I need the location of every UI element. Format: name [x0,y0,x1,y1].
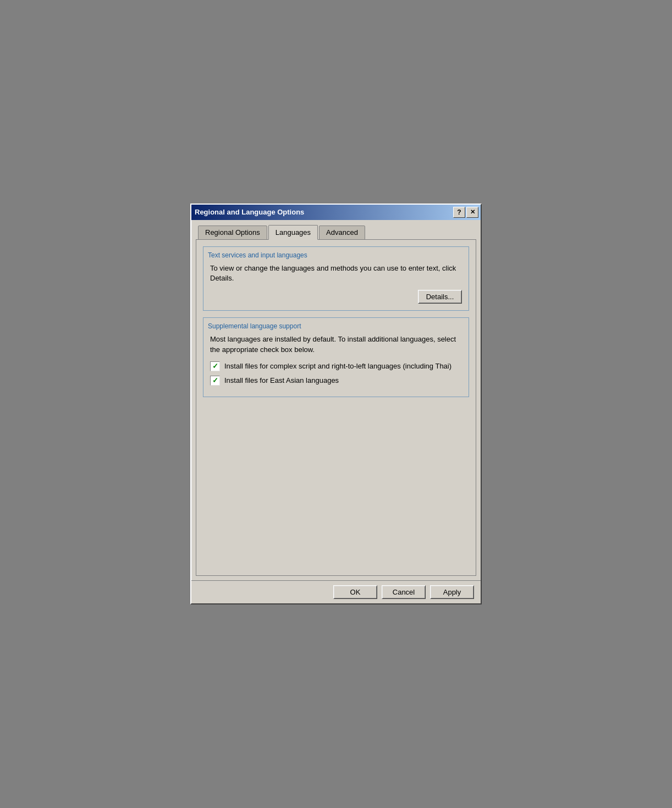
help-button[interactable]: ? [453,207,465,218]
checkmark-east-asian: ✓ [212,377,218,384]
window-title: Regional and Language Options [195,208,304,216]
checkbox-east-asian[interactable]: ✓ [210,376,220,386]
text-services-title: Text services and input languages [208,251,462,259]
ok-button[interactable]: OK [333,585,377,599]
bottom-bar: OK Cancel Apply [191,580,481,603]
tab-regional[interactable]: Regional Options [198,226,267,240]
cancel-button[interactable]: Cancel [382,585,426,599]
dialog-window: Regional and Language Options ? ✕ Region… [190,204,482,604]
content-spacer [203,404,469,569]
dialog-content: Regional Options Languages Advanced Text… [191,220,481,580]
checkbox-complex-script[interactable]: ✓ [210,361,220,371]
text-services-group: Text services and input languages To vie… [203,246,469,311]
text-services-description: To view or change the languages and meth… [210,263,462,283]
details-button[interactable]: Details... [418,290,462,304]
tab-advanced[interactable]: Advanced [319,226,365,240]
supplemental-description: Most languages are installed by default.… [210,334,462,354]
checkbox-row-complex: ✓ Install files for complex script and r… [210,361,462,371]
tab-panel: Text services and input languages To vie… [196,239,476,576]
title-bar-buttons: ? ✕ [453,207,478,218]
checkbox-row-east-asian: ✓ Install files for East Asian languages [210,376,462,386]
checkmark-complex-script: ✓ [212,362,218,370]
tab-languages[interactable]: Languages [268,225,318,240]
title-bar: Regional and Language Options ? ✕ [191,205,481,220]
supplemental-title: Supplemental language support [208,322,462,330]
apply-button[interactable]: Apply [430,585,474,599]
tabs-row: Regional Options Languages Advanced [196,224,476,240]
checkbox-label-east-asian: Install files for East Asian languages [224,376,462,386]
close-button[interactable]: ✕ [466,207,478,218]
details-button-row: Details... [210,290,462,304]
checkbox-label-complex-script: Install files for complex script and rig… [224,361,462,371]
supplemental-group: Supplemental language support Most langu… [203,317,469,397]
